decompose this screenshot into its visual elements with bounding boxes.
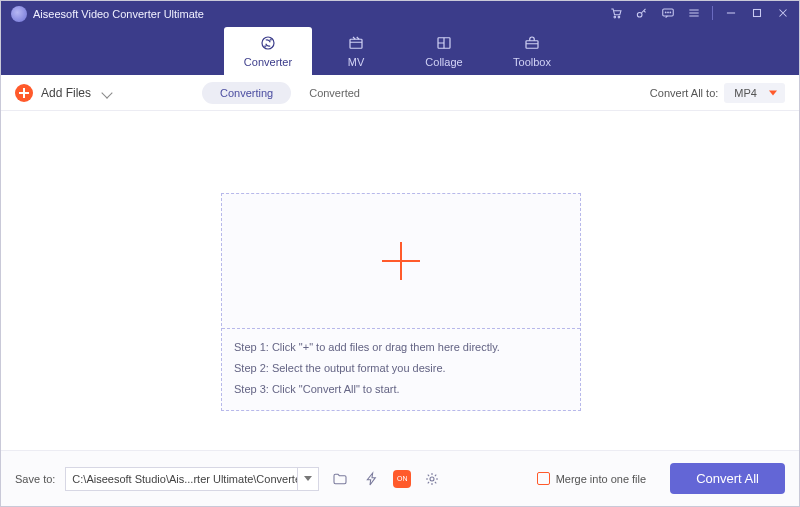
convert-all-to-label: Convert All to: [650, 87, 718, 99]
app-logo-icon [11, 6, 27, 22]
save-path-combo: C:\Aiseesoft Studio\Ais...rter Ultimate\… [65, 467, 319, 491]
titlebar-actions [608, 5, 791, 21]
tab-collage[interactable]: Collage [400, 27, 488, 75]
footer: Save to: C:\Aiseesoft Studio\Ais...rter … [1, 450, 799, 506]
tab-mv[interactable]: MV [312, 27, 400, 75]
checkbox-icon [537, 472, 550, 485]
big-plus-icon[interactable] [382, 242, 420, 280]
tab-label: Converter [244, 56, 292, 68]
step-text: Step 3: Click "Convert All" to start. [234, 379, 568, 400]
menu-icon[interactable] [686, 5, 702, 21]
tab-converter[interactable]: Converter [224, 27, 312, 75]
svg-point-1 [618, 16, 620, 18]
save-path-dropdown[interactable] [297, 467, 319, 491]
main-tabs: Converter MV Collage Toolbox [1, 27, 799, 75]
conversion-segment: Converting Converted [202, 82, 378, 104]
gpu-accel-toggle[interactable]: ON [393, 470, 411, 488]
tab-label: MV [348, 56, 365, 68]
step-text: Step 2: Select the output format you des… [234, 358, 568, 379]
tab-toolbox[interactable]: Toolbox [488, 27, 576, 75]
svg-point-5 [668, 12, 669, 13]
save-path-input[interactable]: C:\Aiseesoft Studio\Ais...rter Ultimate\… [65, 467, 297, 491]
add-files-label: Add Files [41, 86, 91, 100]
minimize-button[interactable] [723, 5, 739, 21]
convert-all-button[interactable]: Convert All [670, 463, 785, 494]
cart-icon[interactable] [608, 5, 624, 21]
add-files-button[interactable]: Add Files [15, 84, 111, 102]
svg-rect-7 [754, 10, 761, 17]
output-format-value: MP4 [734, 87, 757, 99]
svg-point-0 [614, 16, 616, 18]
tab-label: Toolbox [513, 56, 551, 68]
chevron-down-icon [304, 476, 312, 481]
window-title: Aiseesoft Video Converter Ultimate [33, 8, 204, 20]
key-icon[interactable] [634, 5, 650, 21]
dropdown-icon [769, 90, 777, 95]
titlebar: Aiseesoft Video Converter Ultimate Conve… [1, 1, 799, 75]
drop-zone[interactable]: Step 1: Click "+" to add files or drag t… [221, 193, 581, 411]
high-speed-toggle[interactable] [361, 468, 383, 490]
segment-converted[interactable]: Converted [291, 82, 378, 104]
settings-button[interactable] [421, 468, 443, 490]
convert-all-to: Convert All to: MP4 [650, 83, 785, 103]
svg-point-4 [665, 12, 666, 13]
main-area: Step 1: Click "+" to add files or drag t… [1, 111, 799, 450]
close-button[interactable] [775, 5, 791, 21]
maximize-button[interactable] [749, 5, 765, 21]
svg-rect-11 [526, 41, 538, 49]
output-format-select[interactable]: MP4 [724, 83, 785, 103]
open-folder-button[interactable] [329, 468, 351, 490]
titlebar-separator [712, 6, 713, 20]
drop-instructions: Step 1: Click "+" to add files or drag t… [222, 329, 580, 410]
segment-converting[interactable]: Converting [202, 82, 291, 104]
svg-point-6 [670, 12, 671, 13]
drop-zone-top [222, 194, 580, 328]
merge-checkbox[interactable]: Merge into one file [537, 472, 647, 485]
svg-point-8 [262, 37, 274, 49]
svg-point-2 [637, 12, 642, 17]
save-to-label: Save to: [15, 473, 55, 485]
plus-icon [15, 84, 33, 102]
chevron-down-icon [101, 87, 112, 98]
app-window: Aiseesoft Video Converter Ultimate Conve… [0, 0, 800, 507]
svg-rect-9 [350, 39, 362, 48]
toolbar: Add Files Converting Converted Convert A… [1, 75, 799, 111]
feedback-icon[interactable] [660, 5, 676, 21]
merge-label: Merge into one file [556, 473, 647, 485]
tab-label: Collage [425, 56, 462, 68]
step-text: Step 1: Click "+" to add files or drag t… [234, 337, 568, 358]
svg-point-12 [430, 477, 434, 481]
